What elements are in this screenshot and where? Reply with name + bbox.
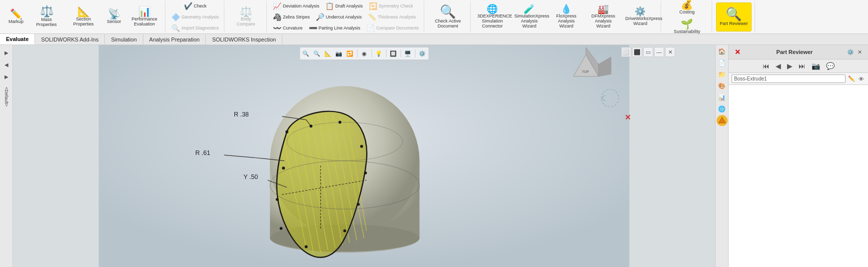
- ribbon-group-properties: ✏️ Markup ⚖️ Mass Properties 📐 Section P…: [2, 1, 165, 32]
- vc-minimize[interactable]: —: [654, 47, 664, 57]
- svg-text:TOP: TOP: [582, 70, 589, 74]
- vc-maximize[interactable]: ⬜: [621, 47, 631, 57]
- vt-settings[interactable]: ⚙️: [417, 48, 427, 58]
- lp-nav-next[interactable]: ▶: [1, 71, 12, 82]
- ri-colors[interactable]: 🎨: [717, 80, 728, 92]
- viewport: 🔍 🔍 📐 📷 🔁 ◉ 💡 🔲 🖥️ ⚙️ ⬜ ⬛ ▭ — ✕: [13, 45, 715, 267]
- pr-settings[interactable]: ⚙️: [847, 48, 855, 56]
- draft-analysis-button[interactable]: 📋 Draft Analysis: [323, 1, 365, 11]
- symmetry-check-button[interactable]: 🔁 Symmetry Check: [367, 1, 415, 11]
- vc-close[interactable]: ✕: [665, 47, 675, 57]
- tab-solidworks-inspection[interactable]: SOLIDWORKS Inspection: [206, 34, 282, 44]
- svg-point-32: [305, 246, 308, 248]
- viewport-toolbar: 🔍 🔍 📐 📷 🔁 ◉ 💡 🔲 🖥️ ⚙️: [299, 47, 429, 60]
- simulation-wizard-button[interactable]: 🧪 SimulationXpress Analysis Wizard: [512, 3, 547, 30]
- pr-edit-icon[interactable]: ✏️: [847, 74, 856, 83]
- vt-zoom-in[interactable]: 🔍: [312, 48, 322, 58]
- ribbon-group-check-active: 🔍 Check Active Document: [425, 1, 471, 32]
- viewport-controls: ⬜ ⬛ ▭ — ✕: [621, 47, 675, 57]
- svg-point-27: [338, 121, 341, 124]
- ribbon-group-check: ✔️ Check 🔷 Geometry Analysis 🔍 Import Di…: [166, 1, 224, 32]
- tab-solidworks-addins[interactable]: SOLIDWORKS Add-Ins: [35, 34, 105, 44]
- undercut-analysis-button[interactable]: 🔎 Undercut Analysis: [314, 12, 364, 22]
- svg-text:R .61: R .61: [195, 150, 210, 156]
- vt-zoom-fit[interactable]: 🔍: [301, 48, 311, 58]
- tabs-bar: Evaluate SOLIDWORKS Add-Ins Simulation A…: [0, 34, 868, 45]
- sensor-button[interactable]: 📡 Sensor: [103, 8, 125, 26]
- body-compare-button[interactable]: ⚖️ Body Compare: [228, 5, 263, 28]
- lp-arrow-right[interactable]: ▶: [1, 47, 12, 58]
- geometry-analysis-button[interactable]: 🔷 Geometry Analysis: [169, 12, 221, 22]
- tab-simulation[interactable]: Simulation: [105, 34, 143, 44]
- zebra-stripes-button[interactable]: 🦓 Zebra Stripes: [271, 12, 312, 22]
- part-reviewer-input-row: ✏️ 👁: [729, 73, 868, 85]
- svg-point-29: [364, 172, 367, 174]
- part-reviewer-button[interactable]: 🔍 Part Reviewer: [716, 2, 752, 32]
- vt-scene[interactable]: 🖥️: [403, 48, 413, 58]
- ri-home[interactable]: 🏠: [717, 46, 728, 57]
- import-diagnostics-button[interactable]: 🔍 Import Diagnostics: [169, 23, 221, 33]
- part-reviewer-nav: ⏮ ◀ ▶ ⏭ 📷 💬: [729, 60, 868, 73]
- pr-nav-first[interactable]: ⏮: [761, 62, 771, 70]
- pr-nav-camera[interactable]: 📷: [810, 62, 822, 70]
- pr-nav-last[interactable]: ⏭: [797, 62, 807, 70]
- section-properties-button[interactable]: 📐 Section Properties: [66, 5, 101, 28]
- feature-name-input[interactable]: [732, 74, 846, 83]
- parting-line-analysis-button[interactable]: ➖ Parting Line Analysis: [307, 23, 363, 33]
- svg-point-31: [343, 230, 346, 232]
- part-reviewer-close[interactable]: ✕: [733, 47, 743, 57]
- vt-rotate[interactable]: 🔁: [345, 48, 355, 58]
- vt-view[interactable]: ◉: [359, 48, 369, 58]
- svg-point-34: [276, 198, 279, 201]
- floworks-button[interactable]: 💧 FloXpress Analysis Wizard: [549, 3, 584, 30]
- vc-split-h[interactable]: ⬛: [632, 47, 642, 57]
- part-reviewer-title: Part Reviewer: [777, 49, 813, 55]
- ribbon-group-part-reviewer: 🔍 Part Reviewer: [713, 1, 755, 32]
- svg-text:R .38: R .38: [234, 111, 249, 118]
- ri-shape[interactable]: [717, 115, 728, 126]
- pr-nav-prev[interactable]: ◀: [774, 62, 783, 70]
- right-icon-bar: 🏠 📄 📁 🎨 📊 🌐: [715, 45, 728, 267]
- mass-properties-button[interactable]: ⚖️ Mass Properties: [29, 4, 64, 29]
- dfmxpress-button[interactable]: 🏭 DFMXpress Analysis Wizard: [586, 3, 621, 30]
- svg-point-36: [285, 130, 288, 134]
- viewport-svg: R .38 R .61 Y .50: [13, 45, 715, 267]
- vt-camera[interactable]: 📷: [334, 48, 344, 58]
- svg-point-35: [282, 166, 285, 170]
- tab-evaluate[interactable]: Evaluate: [0, 34, 35, 44]
- compare-documents-button[interactable]: 📄 Compare Documents: [364, 23, 421, 33]
- sustainability-button[interactable]: 🌱 Sustainability: [671, 18, 703, 36]
- thickness-analysis-button[interactable]: 📏 Thickness Analysis: [366, 12, 418, 22]
- vc-split-v[interactable]: ▭: [643, 47, 653, 57]
- performance-evaluation-button[interactable]: 📊 Performance Evaluation: [127, 5, 162, 28]
- pr-maximize[interactable]: ✕: [856, 48, 864, 56]
- vt-display[interactable]: 🔲: [388, 48, 398, 58]
- part-reviewer-header: ✕ Part Reviewer ⚙️ ✕: [729, 45, 868, 60]
- ribbon-group-body-compare: ⚖️ Body Compare: [225, 1, 267, 32]
- check-active-document-button[interactable]: 🔍 Check Active Document: [428, 2, 467, 32]
- pr-nav-next[interactable]: ▶: [786, 62, 794, 70]
- vt-light[interactable]: 💡: [374, 48, 384, 58]
- svg-text:✕: ✕: [625, 113, 631, 122]
- 3dexperience-button[interactable]: 🌐 3DEXPERIENCE Simulation Connector: [475, 3, 510, 30]
- ri-chart[interactable]: 📊: [717, 92, 728, 103]
- part-reviewer-header-controls: ⚙️ ✕: [847, 48, 864, 56]
- lp-nav-prev[interactable]: ◀: [1, 59, 12, 70]
- costing-button[interactable]: 💰 Costing: [676, 0, 698, 16]
- pr-nav-comment[interactable]: 💬: [825, 62, 836, 70]
- driveworks-button[interactable]: ⚙️ DriveWorksXpress Wizard: [623, 3, 658, 30]
- ri-globe[interactable]: 🌐: [717, 104, 728, 114]
- deviation-analysis-button[interactable]: 📈 Deviation Analysis: [271, 1, 321, 11]
- svg-text:Y .50: Y .50: [243, 174, 258, 180]
- default-label: <Default>: [4, 87, 9, 106]
- vt-section[interactable]: 📐: [323, 48, 333, 58]
- check-button[interactable]: ✔️ Check: [182, 1, 209, 11]
- ri-folder[interactable]: 📁: [717, 69, 728, 80]
- pr-visibility-icon[interactable]: 👁: [858, 75, 865, 83]
- tab-analysis-preparation[interactable]: Analysis Preparation: [143, 34, 206, 44]
- markup-button[interactable]: ✏️ Markup: [5, 8, 27, 26]
- svg-point-30: [357, 203, 360, 206]
- ri-doc[interactable]: 📄: [717, 58, 728, 68]
- curvature-button[interactable]: 〰️ Curvature: [271, 23, 305, 33]
- ribbon-group-costing: 💰 Costing 🌱 Sustainability: [662, 1, 712, 32]
